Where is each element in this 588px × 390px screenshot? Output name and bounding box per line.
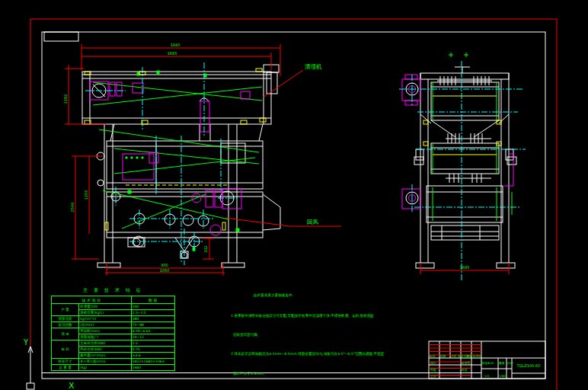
svg-text:分区: 分区 [451,354,457,358]
spec-header-value: 数 值 [131,296,174,304]
svg-text:阶段标记: 阶段标记 [482,361,494,365]
svg-text:1685: 1685 [460,265,470,270]
note-line: 1.各零部件须经检验合格后方可装配,装配前所有零件应清理干净,不得有铁屑、毛刺,… [231,313,417,319]
drawing-number: TQLZ100-60 [516,363,541,368]
svg-text:1460: 1460 [499,374,507,378]
table-row: 总 重 量 (kg)1460 [52,365,175,371]
table-row: 外形尺寸 长×宽×高(mm)3452×1685×3363 [52,359,175,365]
table-row: 筛面负荷 kg/(m²·h)380 [52,316,175,322]
svg-text:设计: 设计 [430,361,436,365]
svg-text:重量: 重量 [499,361,505,365]
ucs-x-label: X [69,381,75,390]
technical-notes: 技术要求及主要验收条件: 1.各零部件须经检验合格后方可装配,装配前所有零件应清… [231,280,417,390]
svg-text:审核: 审核 [430,368,436,372]
spec-table: 技 术 项 目 数 值 产 量 处理量(t/h)100 原粮容重(kg/L)1.… [51,296,175,371]
spec-header-row: 技 术 项 目 数 值 [52,296,175,304]
note-line: 误差不大于1.5mm。 [231,371,417,377]
svg-text:处数: 处数 [440,354,446,358]
callout-return-air: 回风 [225,218,341,226]
svg-text:2546: 2546 [70,203,75,213]
table-row: 筛 体 双振幅(mm)4.59~6.63 [52,328,175,334]
svg-text:1940: 1940 [171,43,181,47]
table-row: 振动次数 (次/min)72~88 [52,322,175,328]
svg-text:900: 900 [161,263,168,267]
svg-text:工艺: 工艺 [430,375,436,379]
title-block: 标记 处数 分区 更改文件号 签名 年月日 设计 审核 工艺 标准化 批准 阶段… [429,341,545,379]
svg-text:标准化: 标准化 [461,361,471,365]
front-view [82,62,280,267]
svg-text:1685: 1685 [168,51,177,56]
note-line: 应联接牢固可靠。 [231,332,417,338]
svg-text:批准: 批准 [462,368,468,372]
svg-text:1:5: 1:5 [484,374,490,378]
svg-text:年月日: 年月日 [472,354,481,358]
cad-canvas: Y X [0,0,588,390]
table-row: 电 机 主电机功率(kW)1.5 [52,340,175,347]
svg-text:1060: 1060 [160,268,170,273]
callout-cleaner-label: 清理机 [305,63,322,70]
svg-text:1182: 1182 [63,94,68,104]
callout-cleaner: 清理机 [263,63,322,98]
side-view [399,53,526,282]
note-line: 2.筛体安装后双振幅应为4.5mm~6.5mm,筛面张紧应均匀,倾角可在4.5°… [231,351,417,357]
svg-text:签名: 签名 [466,354,472,358]
dimensions-front: 1940 1685 1182 2546 1355 900 1060 312 [63,43,280,276]
ucs-y-label: Y [23,338,29,347]
svg-text:比例: 比例 [507,361,513,365]
notes-title: 技术要求及主要验收条件: [254,292,417,299]
svg-text:1355: 1355 [84,190,88,200]
spec-table-title: 主 要 技 术 特 征 [51,287,175,294]
table-row: 产 量 处理量(t/h)100 [52,304,175,310]
svg-text:标记: 标记 [429,354,436,358]
spec-header-item: 技 术 项 目 [52,296,132,304]
svg-text:312: 312 [203,245,208,253]
callout-return-air-label: 回风 [307,219,319,225]
